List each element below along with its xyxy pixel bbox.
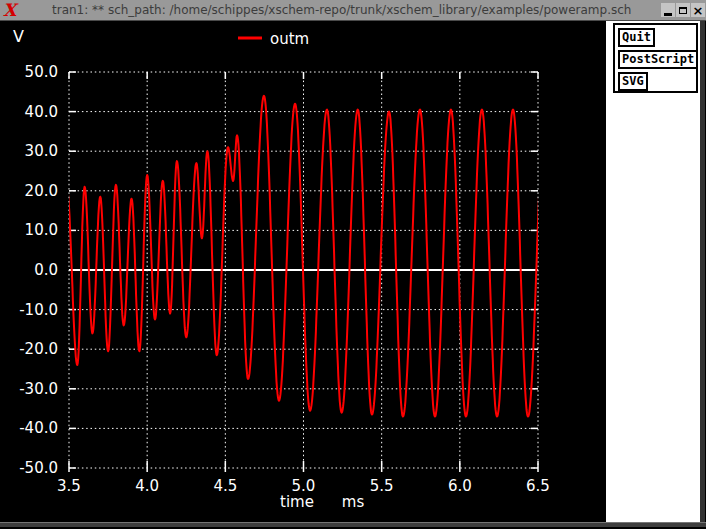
y-tick-label: 40.0 <box>25 103 58 121</box>
x-axis-label: time <box>280 493 314 511</box>
minimize-icon <box>664 13 672 16</box>
x-axis-unit-label: ms <box>342 493 365 511</box>
y-tick-label: 30.0 <box>25 142 58 160</box>
postscript-button[interactable]: PostScript <box>618 50 698 69</box>
maximize-icon <box>679 7 687 14</box>
ngspice-plot-window: X tran1: ** sch_path: /home/schippes/xsc… <box>0 0 706 529</box>
maximize-button[interactable] <box>676 3 690 17</box>
x-tick-label: 6.5 <box>526 477 550 495</box>
legend-label-outm: outm <box>270 30 309 48</box>
x-tick-label: 4.5 <box>213 477 237 495</box>
close-button[interactable]: × <box>691 3 705 17</box>
y-tick-label: 50.0 <box>25 63 58 81</box>
window-bottom-border <box>0 522 706 529</box>
y-tick-label: -40.0 <box>19 419 58 437</box>
waveform-plot: Vtimemsoutm50.040.030.020.010.00.0-10.0-… <box>0 21 604 522</box>
xterm-x-logo-icon: X <box>3 0 16 20</box>
y-tick-label: 10.0 <box>25 221 58 239</box>
y-tick-label: -20.0 <box>19 340 58 358</box>
x-tick-label: 5.0 <box>292 477 316 495</box>
minimize-button[interactable] <box>661 3 675 17</box>
quit-button[interactable]: Quit <box>618 28 655 47</box>
y-tick-label: 0.0 <box>34 261 58 279</box>
trace-outm <box>67 96 545 417</box>
y-tick-label: -30.0 <box>19 380 58 398</box>
y-tick-label: -50.0 <box>19 459 58 477</box>
titlebar[interactable]: X tran1: ** sch_path: /home/schippes/xsc… <box>0 0 706 21</box>
y-tick-label: 20.0 <box>25 182 58 200</box>
plot-button-box: Quit PostScript SVG <box>613 23 698 93</box>
x-tick-label: 5.5 <box>370 477 394 495</box>
svg-button[interactable]: SVG <box>618 72 648 91</box>
x-tick-label: 4.0 <box>135 477 159 495</box>
window-title: tran1: ** sch_path: /home/schippes/xsche… <box>52 3 631 17</box>
window-controls: × <box>661 3 705 17</box>
window-right-border <box>700 21 706 522</box>
close-icon: × <box>693 4 704 17</box>
x-tick-label: 6.0 <box>448 477 472 495</box>
y-axis-unit-label: V <box>13 27 24 46</box>
x-tick-label: 3.5 <box>57 477 81 495</box>
side-panel: Quit PostScript SVG <box>604 21 702 522</box>
y-tick-label: -10.0 <box>19 301 58 319</box>
